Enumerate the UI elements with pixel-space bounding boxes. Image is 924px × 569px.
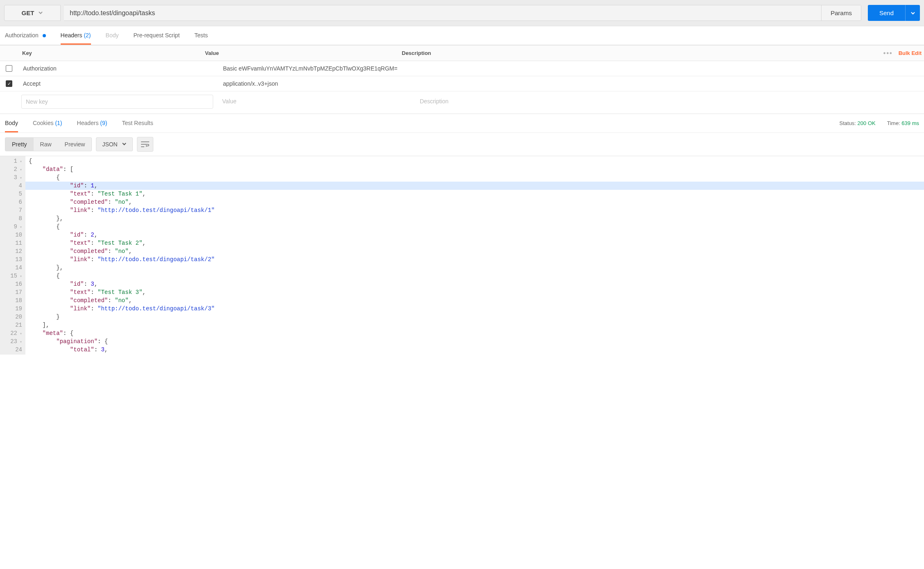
- code-line: "link": "http://todo.test/dingoapi/task/…: [25, 255, 924, 264]
- code-line: "completed": "no",: [25, 198, 924, 206]
- body-toolbar: Pretty Raw Preview JSON: [0, 133, 924, 156]
- code-line: },: [25, 214, 924, 223]
- status-value: 200 OK: [858, 120, 876, 126]
- chevron-down-icon: [122, 141, 127, 148]
- code-area[interactable]: { "data": [ { "id": 1, "text": "Test Tas…: [25, 156, 924, 355]
- method-select[interactable]: GET: [4, 5, 61, 21]
- head-desc: Description: [397, 46, 883, 61]
- response-body: 123456789101112131415161718192021222324 …: [0, 156, 924, 355]
- tab-headers[interactable]: Headers (2): [61, 26, 91, 45]
- response-meta: Status: 200 OK Time: 639 ms: [840, 120, 919, 126]
- request-bar: GET Params Send: [0, 0, 924, 26]
- code-line: "completed": "no",: [25, 296, 924, 305]
- time-block: Time: 639 ms: [887, 120, 919, 126]
- resp-tab-cookies[interactable]: Cookies (1): [33, 114, 62, 132]
- method-label: GET: [22, 9, 34, 16]
- new-key-input[interactable]: [21, 95, 213, 109]
- code-line: {: [25, 223, 924, 231]
- header-desc[interactable]: [415, 64, 924, 73]
- chevron-down-icon: [38, 9, 43, 16]
- view-pretty[interactable]: Pretty: [5, 138, 34, 151]
- code-line: "total": 3,: [25, 346, 924, 354]
- time-value: 639 ms: [901, 120, 919, 126]
- dot-icon: [43, 34, 46, 37]
- params-button[interactable]: Params: [821, 5, 861, 20]
- code-line: "id": 3,: [25, 280, 924, 288]
- head-value: Value: [200, 46, 397, 61]
- code-line: "link": "http://todo.test/dingoapi/task/…: [25, 206, 924, 214]
- response-tabs-row: Body Cookies (1) Headers (9) Test Result…: [0, 114, 924, 133]
- wrap-lines-button[interactable]: [137, 137, 153, 152]
- url-input[interactable]: [64, 5, 821, 20]
- code-line: "id": 2,: [25, 231, 924, 239]
- code-line: "meta": {: [25, 329, 924, 337]
- new-desc-placeholder[interactable]: Description: [416, 95, 919, 109]
- table-row: ✓ Accept application/x..v3+json: [0, 76, 924, 91]
- view-preview[interactable]: Preview: [58, 138, 92, 151]
- send-group: Send: [868, 5, 920, 21]
- code-line: ],: [25, 321, 924, 329]
- tab-tests[interactable]: Tests: [194, 26, 208, 45]
- code-line: "completed": "no",: [25, 247, 924, 255]
- resp-tab-body[interactable]: Body: [5, 114, 18, 132]
- table-row: Authorization Basic eWFvamluYnVAMTYzLmNv…: [0, 61, 924, 76]
- code-line: "link": "http://todo.test/dingoapi/task/…: [25, 305, 924, 313]
- code-line: "text": "Test Task 3",: [25, 288, 924, 296]
- header-desc[interactable]: [415, 80, 924, 88]
- new-value-placeholder[interactable]: Value: [218, 95, 411, 109]
- resp-tab-headers[interactable]: Headers (9): [77, 114, 107, 132]
- send-dropdown[interactable]: [905, 5, 920, 21]
- send-button[interactable]: Send: [868, 5, 905, 21]
- header-key[interactable]: Accept: [18, 76, 218, 91]
- code-line: "text": "Test Task 1",: [25, 190, 924, 198]
- view-raw[interactable]: Raw: [34, 138, 58, 151]
- header-key[interactable]: Authorization: [18, 61, 218, 76]
- code-line: },: [25, 264, 924, 272]
- headers-table-head: Key Value Description ••• Bulk Edit: [0, 46, 924, 61]
- code-line: {: [25, 272, 924, 280]
- head-key: Key: [0, 46, 200, 61]
- format-select[interactable]: JSON: [96, 137, 132, 151]
- code-line: "id": 1,: [25, 182, 924, 190]
- bulk-edit-button[interactable]: Bulk Edit: [899, 50, 922, 56]
- url-input-wrap: Params: [64, 5, 861, 21]
- code-line: "text": "Test Task 2",: [25, 239, 924, 247]
- response-tabs: Body Cookies (1) Headers (9) Test Result…: [5, 114, 153, 132]
- request-tabs: Authorization Headers (2) Body Pre-reque…: [0, 26, 924, 45]
- view-mode-segment: Pretty Raw Preview: [5, 137, 92, 151]
- headers-new-row: Value Description: [0, 91, 924, 112]
- more-icon[interactable]: •••: [883, 50, 893, 57]
- tab-prerequest[interactable]: Pre-request Script: [133, 26, 180, 45]
- checkbox[interactable]: ✓: [6, 80, 12, 87]
- line-gutter: 123456789101112131415161718192021222324: [0, 156, 25, 355]
- headers-table: Key Value Description ••• Bulk Edit Auth…: [0, 45, 924, 112]
- code-line: "pagination": {: [25, 337, 924, 346]
- code-line: "data": [: [25, 165, 924, 173]
- checkbox[interactable]: [6, 65, 12, 72]
- code-line: }: [25, 313, 924, 321]
- status-block: Status: 200 OK: [840, 120, 876, 126]
- header-value[interactable]: application/x..v3+json: [218, 76, 415, 91]
- tab-authorization[interactable]: Authorization: [5, 26, 46, 45]
- tab-body[interactable]: Body: [106, 26, 119, 45]
- code-line: {: [25, 173, 924, 182]
- resp-tab-tests[interactable]: Test Results: [122, 114, 153, 132]
- header-value[interactable]: Basic eWFvamluYnVAMTYzLmNvbTpMZEpCbTlwOX…: [218, 61, 415, 76]
- code-line: {: [25, 157, 924, 165]
